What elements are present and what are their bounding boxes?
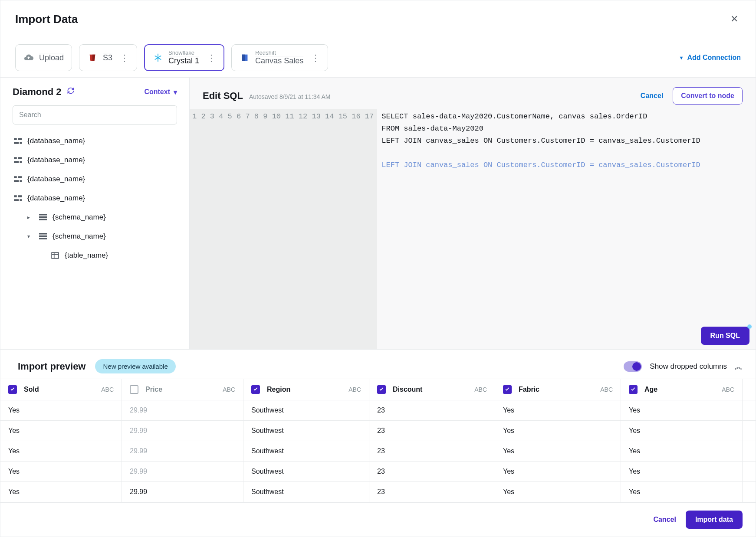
database-item[interactable]: {database_name} bbox=[13, 132, 177, 150]
column-type: ABC bbox=[722, 386, 734, 393]
column-name: Discount bbox=[393, 386, 422, 393]
svg-rect-19 bbox=[39, 216, 47, 218]
database-item[interactable]: {database_name} bbox=[13, 151, 177, 169]
column-name: Age bbox=[644, 386, 657, 393]
database-icon bbox=[13, 137, 22, 145]
snowflake-main-label: Crystal 1 bbox=[168, 56, 199, 66]
preview-header: Import preview New preview available Sho… bbox=[0, 349, 756, 379]
column-checkbox[interactable] bbox=[8, 385, 17, 394]
convert-to-node-button[interactable]: Convert to node bbox=[673, 87, 743, 105]
column-header[interactable]: PriceABC bbox=[122, 379, 243, 400]
s3-menu-icon[interactable]: ⋮ bbox=[118, 52, 129, 63]
svg-rect-12 bbox=[14, 180, 19, 182]
svg-rect-14 bbox=[14, 195, 17, 197]
svg-rect-21 bbox=[39, 233, 47, 234]
column-name: Price bbox=[145, 386, 162, 393]
column-checkbox[interactable] bbox=[130, 385, 138, 394]
close-button[interactable]: ✕ bbox=[728, 11, 741, 27]
table-icon bbox=[51, 251, 59, 260]
redshift-sub-label: Redshift bbox=[255, 50, 303, 56]
database-item[interactable]: {database_name} bbox=[13, 170, 177, 188]
schema-icon bbox=[39, 213, 47, 222]
sql-editor-pane: Edit SQL Autosaved 8/9/21 at 11:34 AM Ca… bbox=[190, 78, 756, 349]
table-item[interactable]: {table_name} bbox=[13, 247, 177, 264]
table-cell: Southwest bbox=[243, 421, 369, 441]
refresh-icon[interactable] bbox=[66, 86, 75, 98]
column-type: ABC bbox=[101, 386, 114, 393]
svg-rect-5 bbox=[20, 142, 22, 144]
table-cell: 29.99 bbox=[122, 421, 243, 441]
table-cell: 23 bbox=[369, 421, 495, 441]
add-connection-button[interactable]: ▾ Add Connection bbox=[680, 54, 741, 62]
new-preview-pill[interactable]: New preview available bbox=[95, 359, 175, 373]
s3-icon bbox=[87, 52, 98, 63]
column-header[interactable]: SoldABC bbox=[0, 379, 122, 400]
run-sql-button[interactable]: Run SQL bbox=[701, 327, 749, 345]
database-name: {database_name} bbox=[27, 137, 85, 145]
schema-name: {schema_name} bbox=[53, 232, 106, 241]
table-cell: 29.99 bbox=[122, 482, 243, 502]
s3-chip[interactable]: S3 ⋮ bbox=[79, 44, 137, 71]
table-row: Yes29.99Southwest23YesYes bbox=[0, 421, 756, 441]
redshift-menu-icon[interactable]: ⋮ bbox=[309, 52, 320, 63]
database-item[interactable]: {database_name} bbox=[13, 190, 177, 207]
column-checkbox[interactable] bbox=[503, 385, 512, 394]
table-row: Yes29.99Southwest23YesYes bbox=[0, 482, 756, 502]
search-input[interactable] bbox=[13, 105, 177, 124]
column-name: Sold bbox=[24, 386, 39, 393]
table-name: {table_name} bbox=[65, 251, 108, 260]
toggle-label: Show dropped columns bbox=[650, 362, 727, 371]
redshift-icon bbox=[240, 52, 250, 63]
svg-rect-17 bbox=[20, 199, 22, 201]
import-data-button[interactable]: Import data bbox=[686, 511, 743, 529]
column-checkbox[interactable] bbox=[251, 385, 260, 394]
upload-chip[interactable]: Upload bbox=[15, 44, 72, 71]
table-cell: Yes bbox=[621, 400, 743, 420]
line-gutter: 1 2 3 4 5 6 7 8 9 10 11 12 13 14 15 16 1… bbox=[190, 109, 377, 349]
table-cell: Yes bbox=[0, 441, 122, 461]
table-cell: Southwest bbox=[243, 400, 369, 420]
svg-rect-6 bbox=[14, 157, 17, 159]
context-dropdown[interactable]: Context ▾ bbox=[144, 88, 177, 96]
table-cell: 29.99 bbox=[122, 400, 243, 420]
preview-title: Import preview bbox=[18, 361, 85, 372]
column-type: ABC bbox=[600, 386, 613, 393]
svg-rect-23 bbox=[39, 238, 47, 239]
show-dropped-toggle[interactable] bbox=[624, 361, 642, 372]
connection-row: Upload S3 ⋮ Snowflake Crystal 1 ⋮ bbox=[0, 38, 756, 77]
snowflake-menu-icon[interactable]: ⋮ bbox=[204, 52, 216, 63]
redshift-chip[interactable]: Redshift Canvas Sales ⋮ bbox=[231, 44, 328, 71]
column-header[interactable]: FabricABC bbox=[495, 379, 621, 400]
table-row: Yes29.99Southwest23YesYes bbox=[0, 441, 756, 462]
editor-cancel-button[interactable]: Cancel bbox=[641, 92, 663, 100]
modal-footer: Cancel Import data bbox=[0, 502, 756, 537]
column-header[interactable]: AgeABC bbox=[621, 379, 743, 400]
svg-rect-7 bbox=[18, 157, 22, 159]
table-cell: Yes bbox=[495, 462, 621, 481]
page-title: Import Data bbox=[15, 13, 78, 26]
table-cell: Yes bbox=[0, 400, 122, 420]
svg-rect-9 bbox=[20, 161, 22, 163]
table-cell: Yes bbox=[495, 421, 621, 441]
svg-rect-13 bbox=[20, 180, 22, 182]
svg-rect-1 bbox=[242, 55, 245, 61]
table-cell: 29.99 bbox=[122, 462, 243, 481]
schema-item-expanded[interactable]: ▾ {schema_name} bbox=[13, 228, 177, 245]
footer-cancel-button[interactable]: Cancel bbox=[653, 516, 676, 524]
table-cell: Yes bbox=[495, 441, 621, 461]
column-checkbox[interactable] bbox=[629, 385, 638, 394]
sql-code-editor[interactable]: SELECT sales-data-May2020.CustomerName, … bbox=[377, 109, 756, 349]
table-cell: Southwest bbox=[243, 482, 369, 502]
database-icon bbox=[13, 156, 22, 164]
column-type: ABC bbox=[348, 386, 361, 393]
collapse-preview-button[interactable]: ︽ bbox=[735, 361, 743, 372]
column-header[interactable]: RegionABC bbox=[243, 379, 369, 400]
column-checkbox[interactable] bbox=[377, 385, 386, 394]
schema-item-collapsed[interactable]: ▸ {schema_name} bbox=[13, 209, 177, 226]
column-header[interactable]: DiscountABC bbox=[369, 379, 495, 400]
svg-rect-24 bbox=[52, 252, 59, 259]
svg-rect-2 bbox=[14, 138, 17, 140]
preview-table: SoldABCPriceABCRegionABCDiscountABCFabri… bbox=[0, 379, 756, 502]
snowflake-chip[interactable]: Snowflake Crystal 1 ⋮ bbox=[144, 44, 224, 71]
table-cell: 29.99 bbox=[122, 441, 243, 461]
